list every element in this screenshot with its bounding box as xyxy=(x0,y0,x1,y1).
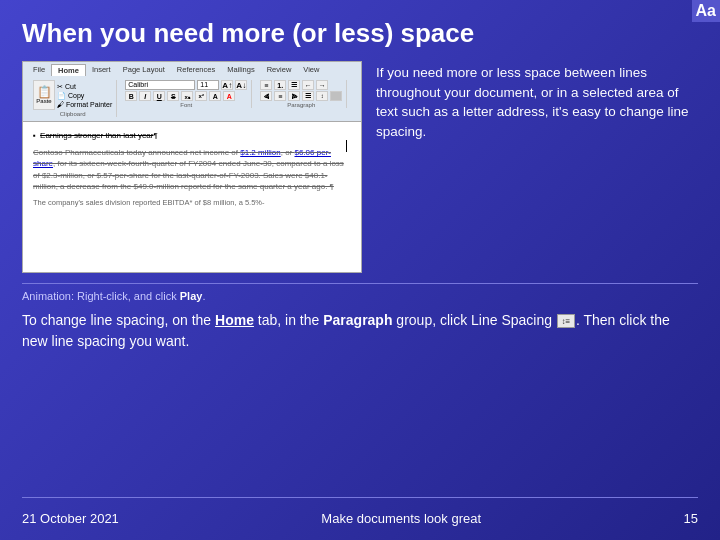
cut-copy-paste-format: ✂ Cut 📄 Copy 🖌 Format Painter xyxy=(57,83,112,108)
word-paragraph-1: ▪ Earnings stronger than last year¶ xyxy=(33,130,351,141)
font-label: Font xyxy=(180,102,192,108)
align-left-button[interactable]: ⫷ xyxy=(260,91,272,101)
line-spacing-inline-icon: ↕≡ xyxy=(557,314,575,328)
ribbon-tab-insert[interactable]: Insert xyxy=(86,64,117,76)
font-name-row: Calibri 11 A↑ A↓ xyxy=(125,80,247,90)
text-cursor xyxy=(346,140,347,152)
font-name-dropdown[interactable]: Calibri xyxy=(125,80,195,90)
word-mockup: File Home Insert Page Layout References … xyxy=(22,61,362,273)
font-controls: Calibri 11 A↑ A↓ B I U S x₂ xyxy=(125,80,247,101)
footer-divider xyxy=(22,497,698,498)
italic-button[interactable]: I xyxy=(139,91,151,101)
font-size-dropdown[interactable]: 11 xyxy=(197,80,219,90)
paragraph-align-row: ≡ 1. ☰ ← → xyxy=(260,80,342,90)
word-ribbon: File Home Insert Page Layout References … xyxy=(23,62,361,122)
animation-note: Animation: Right-click, and click Play. xyxy=(22,290,698,302)
paste-icon: 📋 xyxy=(37,86,52,98)
earnings-text: Earnings stronger than last year xyxy=(40,131,153,140)
ribbon-tab-view[interactable]: View xyxy=(297,64,325,76)
slide-title: When you need more (or less) space xyxy=(22,18,698,49)
styles-preview: Aa xyxy=(692,0,720,22)
clipboard-buttons: 📋 Paste ✂ Cut 📄 Copy 🖌 Format Painter xyxy=(33,80,112,110)
slide: When you need more (or less) space File … xyxy=(0,0,720,540)
ribbon-tab-review[interactable]: Review xyxy=(261,64,298,76)
info-panel: If you need more or less space between l… xyxy=(376,61,698,273)
link-1: $1.2 million xyxy=(240,148,280,157)
ribbon-tab-references[interactable]: References xyxy=(171,64,221,76)
decrease-indent-button[interactable]: ← xyxy=(302,80,314,90)
animation-play-text: Play xyxy=(180,290,203,302)
ribbon-tabs: File Home Insert Page Layout References … xyxy=(27,64,357,76)
superscript-button[interactable]: x² xyxy=(195,91,207,101)
info-panel-text: If you need more or less space between l… xyxy=(376,63,698,141)
ribbon-content: 📋 Paste ✂ Cut 📄 Copy 🖌 Format Painter Cl… xyxy=(27,78,357,119)
footer-center: Make documents look great xyxy=(321,511,481,526)
paragraph-format-row: ⫷ ≡ ⫸ ☰ ↕ xyxy=(260,91,342,101)
animation-note-suffix: . xyxy=(202,290,205,302)
bold-button[interactable]: B xyxy=(125,91,137,101)
cut-button[interactable]: ✂ Cut xyxy=(57,83,112,91)
body-text-2: tab, in the xyxy=(254,312,323,328)
bullets-button[interactable]: ≡ xyxy=(260,80,272,90)
ribbon-tab-file[interactable]: File xyxy=(27,64,51,76)
animation-note-prefix: Animation: Right-click, and click xyxy=(22,290,180,302)
link-2: $6.06 per-share xyxy=(33,148,331,168)
paragraph-group-ref: Paragraph xyxy=(323,312,392,328)
align-center-button[interactable]: ≡ xyxy=(274,91,286,101)
font-color-button[interactable]: A xyxy=(223,91,235,101)
word-paragraph-3: The company's sales division reported EB… xyxy=(33,198,351,209)
paragraph-controls: ≡ 1. ☰ ← → ⫷ ≡ ⫸ ☰ ↕ xyxy=(260,80,342,101)
ribbon-tab-mailings[interactable]: Mailings xyxy=(221,64,261,76)
body-text-3: group, click Line Spacing xyxy=(392,312,555,328)
multilevel-button[interactable]: ☰ xyxy=(288,80,300,90)
paragraph-label: Paragraph xyxy=(287,102,315,108)
underline-button[interactable]: U xyxy=(153,91,165,101)
ribbon-group-clipboard: 📋 Paste ✂ Cut 📄 Copy 🖌 Format Painter Cl… xyxy=(29,80,117,117)
subscript-button[interactable]: x₂ xyxy=(181,91,193,101)
content-area: File Home Insert Page Layout References … xyxy=(22,61,698,273)
word-document-body: ▪ Earnings stronger than last year¶ Cont… xyxy=(23,122,361,272)
copy-button[interactable]: 📄 Copy xyxy=(57,92,112,100)
body-text-1: To change line spacing, on the xyxy=(22,312,215,328)
increase-indent-button[interactable]: → xyxy=(316,80,328,90)
paste-button[interactable]: 📋 Paste xyxy=(33,80,55,110)
home-tab-ref: Home xyxy=(215,312,254,328)
clear-format-button[interactable]: A xyxy=(209,91,221,101)
shrink-font-button[interactable]: A↓ xyxy=(235,80,247,90)
body-text: To change line spacing, on the Home tab,… xyxy=(22,310,698,352)
footer: 21 October 2021 Make documents look grea… xyxy=(22,511,698,526)
ribbon-group-paragraph: ≡ 1. ☰ ← → ⫷ ≡ ⫸ ☰ ↕ xyxy=(256,80,347,108)
ribbon-tab-pagelayout[interactable]: Page Layout xyxy=(117,64,171,76)
bullet-point: ▪ xyxy=(33,131,36,140)
font-format-row: B I U S x₂ x² A A xyxy=(125,91,247,101)
ribbon-group-font: Calibri 11 A↑ A↓ B I U S x₂ xyxy=(121,80,252,108)
grow-font-button[interactable]: A↑ xyxy=(221,80,233,90)
footer-page: 15 xyxy=(684,511,698,526)
footer-date: 21 October 2021 xyxy=(22,511,119,526)
justify-button[interactable]: ☰ xyxy=(302,91,314,101)
clipboard-label: Clipboard xyxy=(60,111,86,117)
ribbon-tab-home[interactable]: Home xyxy=(51,64,86,76)
paste-label: Paste xyxy=(36,98,51,104)
content-divider xyxy=(22,283,698,284)
format-painter-button[interactable]: 🖌 Format Painter xyxy=(57,101,112,108)
numbering-button[interactable]: 1. xyxy=(274,80,286,90)
align-right-button[interactable]: ⫸ xyxy=(288,91,300,101)
word-paragraph-2: Contoso Pharmaceuticals today announced … xyxy=(33,147,351,192)
line-spacing-button[interactable]: ↕ xyxy=(316,91,328,101)
strikethrough-button[interactable]: S xyxy=(167,91,179,101)
shading-button[interactable] xyxy=(330,91,342,101)
